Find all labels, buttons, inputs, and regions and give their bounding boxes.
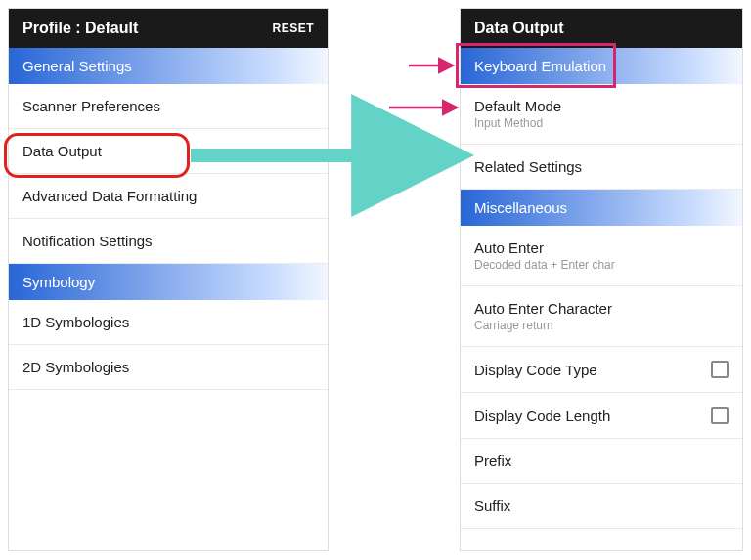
row-label: Data Output (22, 143, 102, 159)
titlebar: Profile : Default RESET (9, 9, 328, 48)
row-1d-symbologies[interactable]: 1D Symbologies (9, 300, 328, 345)
data-output-screen: Data Output Keyboard Emulation Default M… (460, 8, 743, 551)
row-label: Scanner Preferences (22, 98, 160, 114)
screen-title: Profile : Default (22, 20, 138, 37)
checkbox-icon[interactable] (711, 407, 729, 424)
row-label: Related Settings (474, 158, 582, 175)
row-related-settings[interactable]: Related Settings (461, 145, 742, 190)
section-header-symbology: Symbology (9, 264, 328, 300)
row-display-code-type[interactable]: Display Code Type (461, 347, 742, 393)
row-sublabel: Decoded data + Enter char (474, 258, 615, 272)
row-data-output[interactable]: Data Output (9, 129, 328, 174)
row-advanced-data-formatting[interactable]: Advanced Data Formatting (9, 174, 328, 219)
row-auto-enter-character[interactable]: Auto Enter Character Carriage return (461, 286, 742, 347)
row-auto-enter[interactable]: Auto Enter Decoded data + Enter char (461, 226, 742, 286)
row-label: Auto Enter Character (474, 300, 612, 317)
reset-button[interactable]: RESET (272, 22, 314, 35)
row-2d-symbologies[interactable]: 2D Symbologies (9, 345, 328, 390)
row-prefix[interactable]: Prefix (461, 439, 742, 484)
row-display-code-length[interactable]: Display Code Length (461, 393, 742, 439)
checkbox-icon[interactable] (711, 361, 729, 378)
row-label: Auto Enter (474, 239, 615, 256)
row-label: Display Code Length (474, 408, 610, 424)
section-header-miscellaneous: Miscellaneous (461, 190, 742, 226)
row-label: Display Code Type (474, 362, 597, 378)
row-suffix[interactable]: Suffix (461, 484, 742, 529)
section-header-general: General Settings (9, 48, 328, 84)
profile-settings-screen: Profile : Default RESET General Settings… (8, 8, 329, 551)
titlebar: Data Output (461, 9, 742, 48)
row-sublabel: Carriage return (474, 319, 612, 332)
row-label: Default Mode (474, 98, 561, 114)
row-notification-settings[interactable]: Notification Settings (9, 219, 328, 264)
row-label: Notification Settings (22, 233, 153, 249)
row-label: Advanced Data Formatting (22, 188, 197, 204)
row-label: 1D Symbologies (22, 314, 129, 330)
row-label: Suffix (474, 497, 510, 514)
screen-title: Data Output (474, 20, 564, 37)
row-scanner-preferences[interactable]: Scanner Preferences (9, 84, 328, 129)
row-label: Prefix (474, 452, 511, 469)
row-default-mode[interactable]: Default Mode Input Method (461, 84, 742, 145)
row-label: 2D Symbologies (22, 359, 129, 375)
row-sublabel: Input Method (474, 116, 561, 130)
section-header-keyboard-emulation: Keyboard Emulation (461, 48, 742, 84)
